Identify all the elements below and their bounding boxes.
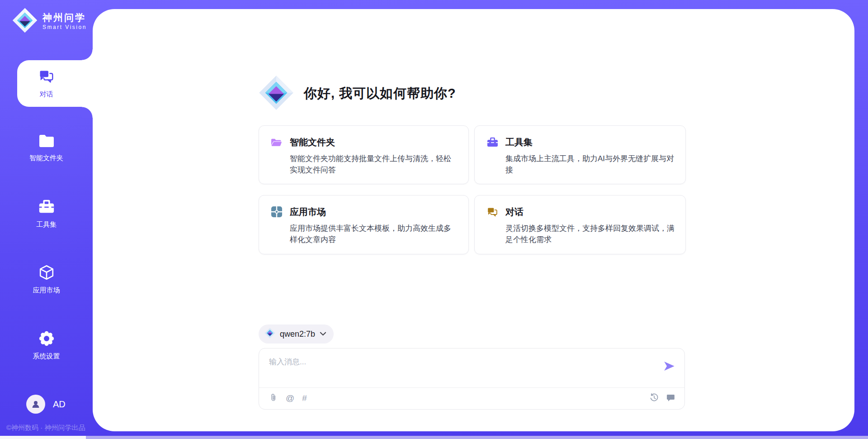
brand-subtitle: Smart Vision [42, 24, 87, 31]
cube-icon [38, 275, 55, 282]
card-title: 应用市场 [290, 206, 326, 218]
greeting-text: 你好, 我可以如何帮助你? [304, 85, 456, 103]
message-composer: @ # [259, 348, 685, 410]
card-title: 智能文件夹 [290, 136, 335, 148]
brand-logo-icon [12, 7, 38, 35]
message-input[interactable] [259, 348, 658, 388]
sidebar-item-app-market[interactable]: 应用市场 [0, 264, 93, 295]
attachment-icon[interactable] [269, 392, 278, 404]
chat-bubbles-icon [38, 79, 55, 86]
model-logo-icon [264, 328, 275, 340]
sidebar-item-label: 应用市场 [0, 286, 93, 295]
card-description: 应用市场提供丰富长文本模板，助力高效生成多样化文章内容 [290, 223, 458, 245]
sidebar-item-label: 对话 [0, 90, 93, 99]
sidebar-item-label: 系统设置 [0, 352, 93, 361]
user-name: AD [53, 399, 66, 410]
brand-title: 神州问学 [42, 12, 87, 23]
chevron-down-icon [320, 330, 326, 338]
app-root: 神州问学 Smart Vision 对话 智能文件夹 [0, 0, 868, 439]
feedback-bubble-icon[interactable] [666, 393, 675, 404]
send-icon[interactable] [663, 360, 675, 372]
composer-tools-right [649, 392, 675, 404]
card-title: 对话 [505, 206, 524, 218]
active-tab-fillet-top [82, 49, 93, 60]
horizontal-scrollbar-track [0, 436, 868, 439]
horizontal-scrollbar-thumb[interactable] [86, 436, 868, 439]
sidebar-item-chat[interactable]: 对话 [0, 68, 93, 99]
composer-tools-left: @ # [269, 392, 307, 404]
folder-icon [38, 143, 56, 150]
copyright-footer: ©神州数码 · 神州问学出品 [6, 424, 85, 432]
history-icon[interactable] [649, 392, 659, 404]
avatar [26, 395, 45, 414]
card-description: 灵活切换多模型文件，支持多样回复效果调试，满足个性化需求 [505, 223, 675, 245]
model-name: qwen2:7b [280, 329, 315, 339]
active-tab-fillet-bottom [82, 107, 93, 118]
brand: 神州问学 Smart Vision [12, 7, 87, 35]
card-description: 智能文件夹功能支持批量文件上传与清洗，轻松实现文件问答 [290, 153, 458, 176]
briefcase-icon [486, 135, 499, 149]
feature-cards: 智能文件夹 智能文件夹功能支持批量文件上传与清洗，轻松实现文件问答 [259, 125, 686, 254]
greeting: 你好, 我可以如何帮助你? [259, 75, 456, 112]
card-chat[interactable]: 对话 灵活切换多模型文件，支持多样回复效果调试，满足个性化需求 [474, 195, 686, 254]
open-folder-icon [270, 135, 283, 149]
hashtag-icon[interactable]: # [302, 393, 307, 403]
sidebar-item-toolbox[interactable]: 工具集 [0, 198, 93, 229]
app-grid-icon [270, 205, 283, 219]
card-description: 集成市场上主流工具，助力AI与外界无缝扩展与对接 [505, 153, 675, 176]
sidebar-item-settings[interactable]: 系统设置 [0, 330, 93, 361]
card-title: 工具集 [505, 136, 533, 148]
mention-icon[interactable]: @ [286, 393, 294, 403]
card-toolbox[interactable]: 工具集 集成市场上主流工具，助力AI与外界无缝扩展与对接 [474, 125, 686, 184]
assistant-logo-icon [259, 75, 294, 112]
toolbox-icon [38, 209, 55, 217]
composer-divider [259, 387, 684, 388]
user-profile[interactable]: AD [26, 395, 66, 414]
chat-bubbles-icon [486, 205, 499, 219]
sidebar-item-smart-folder[interactable]: 智能文件夹 [0, 133, 93, 162]
sidebar-item-label: 智能文件夹 [0, 154, 93, 162]
card-smart-folder[interactable]: 智能文件夹 智能文件夹功能支持批量文件上传与清洗，轻松实现文件问答 [259, 125, 469, 184]
card-app-market[interactable]: 应用市场 应用市场提供丰富长文本模板，助力高效生成多样化文章内容 [259, 195, 469, 254]
gear-icon [38, 341, 55, 348]
sidebar-item-label: 工具集 [0, 220, 93, 229]
model-selector[interactable]: qwen2:7b [259, 324, 334, 344]
